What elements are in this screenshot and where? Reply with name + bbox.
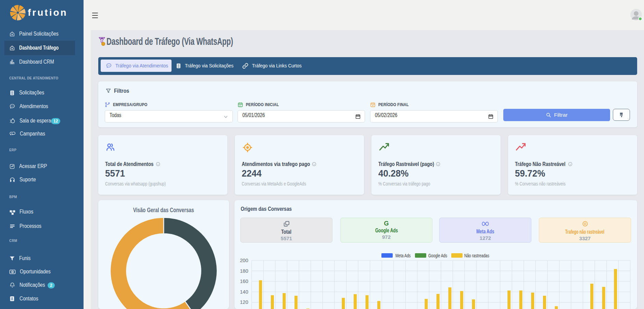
svg-text:180: 180 [240, 268, 248, 274]
svg-text:200: 200 [240, 258, 248, 263]
svg-text:140: 140 [240, 289, 248, 295]
svg-text:160: 160 [240, 279, 248, 284]
svg-text:120: 120 [240, 299, 248, 305]
